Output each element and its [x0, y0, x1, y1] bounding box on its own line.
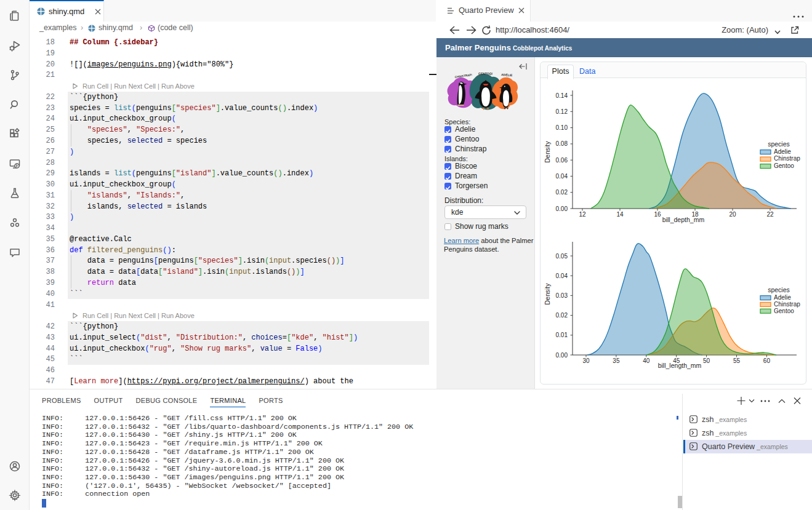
svg-text:GENTOO!: GENTOO! [478, 72, 493, 76]
svg-text:ADÉLIE: ADÉLIE [501, 72, 513, 77]
